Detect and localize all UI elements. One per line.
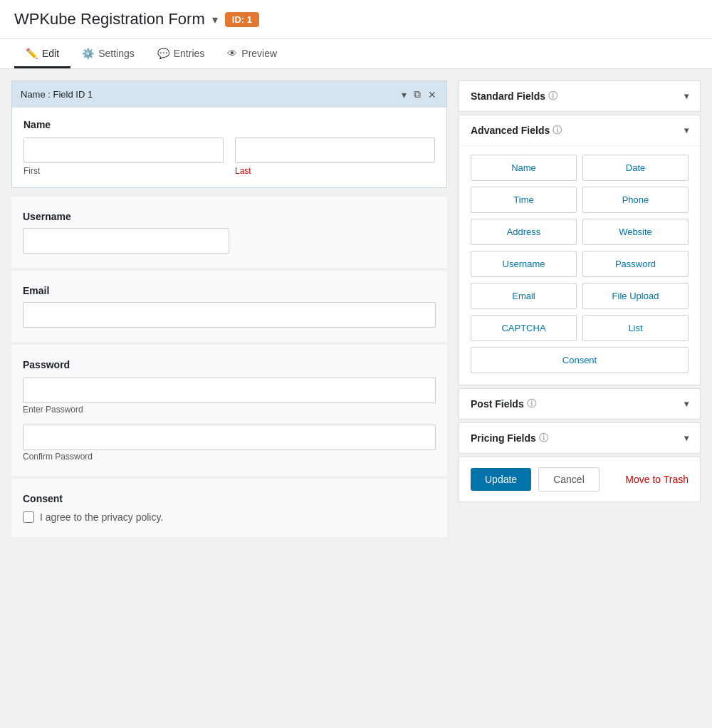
consent-text: I agree to the privacy policy. (40, 511, 163, 523)
post-fields-header-left: Post Fields ⓘ (471, 397, 536, 410)
tab-settings[interactable]: ⚙️ Settings (70, 39, 146, 68)
advanced-fields-label: Advanced Fields (471, 125, 550, 136)
password-label: Password (23, 359, 436, 370)
confirm-password-group: Confirm Password (23, 425, 436, 462)
standard-fields-section: Standard Fields ⓘ ▾ (459, 80, 701, 112)
pricing-fields-section: Pricing Fields ⓘ ▾ (459, 422, 701, 454)
entries-icon: 💬 (157, 48, 169, 59)
tabs-bar: ✏️ Edit ⚙️ Settings 💬 Entries 👁 Preview (0, 39, 712, 69)
standard-fields-header[interactable]: Standard Fields ⓘ ▾ (459, 81, 700, 111)
confirm-password-input[interactable] (23, 425, 436, 450)
name-field-block: Name : Field ID 1 ▾ ⧉ ✕ Name First (11, 80, 447, 188)
field-block-header-left: Name : Field ID 1 (21, 89, 93, 100)
advanced-fields-header[interactable]: Advanced Fields ⓘ ▾ (459, 115, 700, 145)
form-area: Name : Field ID 1 ▾ ⧉ ✕ Name First (11, 80, 447, 699)
name-field-label: Name (23, 119, 435, 130)
name-field-row: First Last (23, 137, 435, 176)
tab-entries[interactable]: 💬 Entries (146, 39, 216, 68)
field-btn-consent[interactable]: Consent (471, 347, 689, 373)
field-collapse-btn[interactable]: ▾ (400, 88, 408, 102)
pricing-fields-header-left: Pricing Fields ⓘ (471, 432, 548, 444)
page-header: WPKube Registration Form ▾ ID: 1 (0, 0, 712, 39)
consent-checkbox[interactable] (23, 511, 34, 523)
advanced-fields-grid: Name Date Time Phone Address Website Use… (471, 155, 689, 373)
field-btn-password[interactable]: Password (582, 251, 689, 277)
name-first-col: First (23, 137, 224, 176)
field-copy-btn[interactable]: ⧉ (412, 87, 422, 102)
cancel-button[interactable]: Cancel (538, 467, 600, 492)
post-fields-help-icon: ⓘ (527, 397, 536, 410)
standard-fields-chevron: ▾ (684, 91, 689, 101)
right-sidebar: Standard Fields ⓘ ▾ Advanced Fields ⓘ ▾ … (459, 80, 701, 699)
edit-icon: ✏️ (26, 48, 38, 59)
name-first-sublabel: First (23, 166, 224, 176)
enter-password-sublabel: Enter Password (23, 405, 83, 415)
main-content: Name : Field ID 1 ▾ ⧉ ✕ Name First (0, 69, 712, 710)
tab-preview[interactable]: 👁 Preview (216, 39, 288, 68)
username-section: Username (11, 197, 447, 268)
advanced-fields-chevron: ▾ (684, 125, 689, 135)
name-last-sublabel: Last (235, 166, 435, 176)
consent-label: Consent (23, 493, 436, 504)
move-to-trash-button[interactable]: Move to Trash (625, 474, 689, 485)
username-input[interactable] (23, 228, 229, 254)
update-button[interactable]: Update (471, 468, 531, 491)
username-label: Username (23, 211, 436, 222)
id-badge: ID: 1 (225, 12, 259, 27)
enter-password-group: Enter Password (23, 378, 436, 415)
email-input[interactable] (23, 302, 436, 328)
field-btn-website[interactable]: Website (582, 219, 689, 245)
standard-fields-help-icon: ⓘ (548, 90, 557, 103)
pricing-fields-label: Pricing Fields (471, 432, 536, 444)
field-block-header-label: Name : Field ID 1 (21, 89, 93, 100)
name-first-input[interactable] (23, 137, 224, 163)
field-btn-address[interactable]: Address (471, 219, 577, 245)
field-btn-file-upload[interactable]: File Upload (582, 283, 689, 309)
field-btn-date[interactable]: Date (582, 155, 689, 181)
email-label: Email (23, 285, 436, 296)
action-bar: Update Cancel Move to Trash (459, 457, 701, 502)
pricing-fields-help-icon: ⓘ (539, 432, 548, 444)
field-btn-phone[interactable]: Phone (582, 187, 689, 213)
consent-section: Consent I agree to the privacy policy. (11, 479, 447, 537)
tab-edit[interactable]: ✏️ Edit (14, 39, 70, 68)
standard-fields-label: Standard Fields (471, 90, 545, 102)
confirm-password-sublabel: Confirm Password (23, 452, 93, 462)
settings-icon: ⚙️ (82, 48, 94, 59)
post-fields-chevron: ▾ (684, 399, 689, 409)
name-last-input[interactable] (235, 137, 435, 163)
post-fields-section: Post Fields ⓘ ▾ (459, 388, 701, 420)
pricing-fields-header[interactable]: Pricing Fields ⓘ ▾ (459, 423, 700, 453)
standard-fields-header-left: Standard Fields ⓘ (471, 90, 557, 103)
name-last-col: Last (235, 137, 435, 176)
pricing-fields-chevron: ▾ (684, 433, 689, 443)
field-btn-list[interactable]: List (582, 315, 689, 341)
post-fields-label: Post Fields (471, 398, 524, 410)
password-input-group: Enter Password Confirm Password (23, 378, 436, 462)
post-fields-header[interactable]: Post Fields ⓘ ▾ (459, 389, 700, 419)
field-btn-name[interactable]: Name (471, 155, 577, 181)
name-field-block-body: Name First Last (12, 108, 446, 187)
name-field-block-header: Name : Field ID 1 ▾ ⧉ ✕ (12, 81, 446, 108)
field-btn-captcha[interactable]: CAPTCHA (471, 315, 577, 341)
page-title: WPKube Registration Form (14, 10, 205, 28)
advanced-fields-header-left: Advanced Fields ⓘ (471, 124, 562, 137)
field-close-btn[interactable]: ✕ (426, 88, 438, 102)
enter-password-input[interactable] (23, 378, 436, 403)
field-block-actions: ▾ ⧉ ✕ (400, 87, 438, 102)
password-section: Password Enter Password Confirm Password (11, 345, 447, 476)
field-btn-time[interactable]: Time (471, 187, 577, 213)
consent-row: I agree to the privacy policy. (23, 511, 436, 523)
title-dropdown-icon[interactable]: ▾ (212, 13, 218, 26)
advanced-fields-section: Advanced Fields ⓘ ▾ Name Date Time Phone… (459, 115, 701, 385)
field-btn-username[interactable]: Username (471, 251, 577, 277)
email-section: Email (11, 271, 447, 342)
field-btn-email[interactable]: Email (471, 283, 577, 309)
advanced-fields-help-icon: ⓘ (553, 124, 562, 137)
advanced-fields-body: Name Date Time Phone Address Website Use… (459, 145, 700, 385)
preview-icon: 👁 (227, 48, 237, 59)
